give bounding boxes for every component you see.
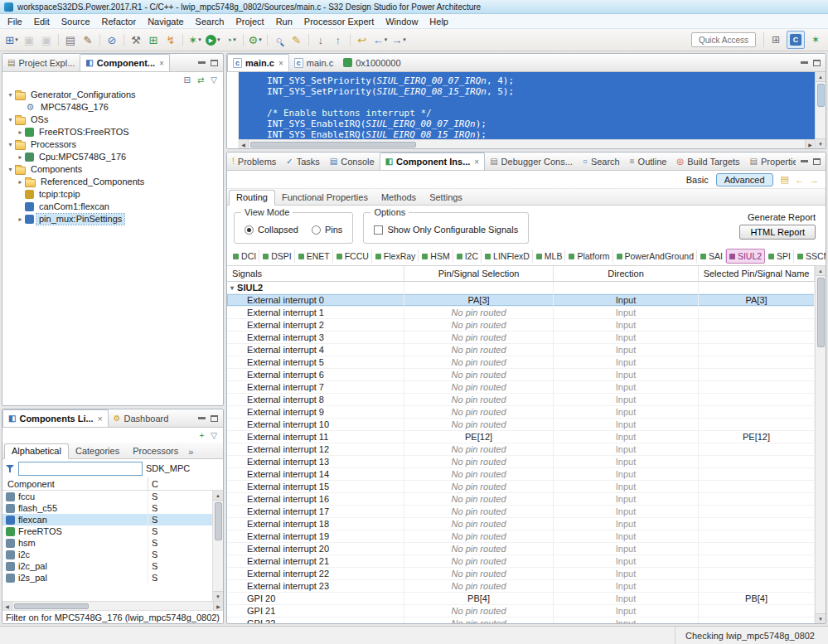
open-perspective-button[interactable]: ⊞ (767, 31, 785, 49)
signal-row-external-interrupt-13[interactable]: External interrupt 13No pin routedInput (227, 456, 815, 468)
signal-row-external-interrupt-17[interactable]: External interrupt 17No pin routedInput (227, 506, 815, 518)
link-with-editor-icon[interactable]: ⇄ (197, 75, 204, 85)
build-all-icon[interactable]: ⚒ (128, 31, 144, 49)
signal-row-external-interrupt-7[interactable]: External interrupt 7No pin routedInput (227, 381, 815, 394)
signal-row-external-interrupt-20[interactable]: External interrupt 20No pin routedInput (227, 543, 815, 555)
peripheral-tab-dci[interactable]: DCI (230, 249, 259, 264)
signal-row-external-interrupt-14[interactable]: External interrupt 14No pin routedInput (227, 468, 815, 481)
radio-icon[interactable] (312, 225, 321, 235)
pin-selection-cell[interactable]: No pin routed (404, 568, 554, 579)
tab-problems[interactable]: !Problems (227, 153, 281, 170)
peripheral-tab-linflexd[interactable]: LINFlexD (482, 249, 533, 264)
inspector-tab-functional-properties[interactable]: Functional Properties (275, 191, 375, 205)
history-forward-icon[interactable]: → (810, 175, 819, 185)
scroll-left-icon[interactable]: ◀ (239, 140, 249, 148)
run-dropdown-icon[interactable]: ▾ (217, 36, 220, 43)
new-wizard-dropdown-icon[interactable]: ▾ (15, 36, 18, 43)
minimize-icon[interactable] (801, 61, 808, 64)
menu-file[interactable]: File (2, 15, 28, 28)
new-wizard-icon[interactable]: ⊞▾ (3, 31, 20, 49)
scalpel-icon[interactable]: ✎ (80, 31, 96, 49)
peripheral-tab-sscm[interactable]: SSCM (794, 249, 826, 264)
new-component-icon[interactable]: + (200, 431, 205, 440)
tree-item-cpu-mpc5748g-176[interactable]: ▸Cpu:MPC5748G_176 (2, 151, 223, 163)
library-item-fccu[interactable]: fccuS (2, 491, 212, 502)
new-c-project-icon[interactable]: ⊞ (145, 31, 162, 49)
menu-navigate[interactable]: Navigate (142, 15, 189, 28)
column-pin-signal-selection[interactable]: Pin/Signal Selection (404, 266, 554, 281)
pin-selection-cell[interactable]: No pin routed (404, 530, 554, 542)
tree-item-freertos-freertos[interactable]: ▸FreeRTOS:FreeRTOS (2, 126, 223, 138)
scroll-thumb[interactable] (817, 84, 825, 107)
signal-row-external-interrupt-10[interactable]: External interrupt 10No pin routedInput (227, 419, 815, 431)
scroll-thumb[interactable] (817, 278, 825, 347)
show-configurable-checkbox[interactable] (374, 225, 383, 235)
peripheral-tab-hsm[interactable]: HSM (419, 249, 453, 264)
run-icon[interactable]: ▶▾ (204, 31, 222, 49)
close-icon[interactable]: × (98, 414, 103, 424)
library-vscrollbar[interactable]: ▲ ▼ (212, 491, 223, 601)
back-dropdown-icon[interactable]: ▾ (385, 36, 388, 43)
expander-icon[interactable]: ▸ (16, 153, 25, 161)
tab-console[interactable]: ▤Console (325, 153, 380, 170)
save-icon[interactable]: ▣ (21, 31, 37, 49)
last-edit-location-icon[interactable]: ↩ (354, 31, 370, 49)
pin-selection-cell[interactable]: No pin routed (404, 456, 554, 467)
peripheral-tab-mlb[interactable]: MLB (533, 249, 566, 264)
tab-component-explorer[interactable]: ◧Component...× (80, 54, 170, 71)
tree-item-components[interactable]: ▾Components (2, 163, 223, 176)
pin-selection-cell[interactable]: No pin routed (404, 518, 554, 530)
tab-tasks[interactable]: ✓Tasks (281, 153, 325, 170)
scroll-down-icon[interactable]: ▼ (816, 138, 826, 148)
signal-row-external-interrupt-5[interactable]: External interrupt 5No pin routedInput (227, 356, 815, 369)
signal-row-external-interrupt-0[interactable]: External interrupt 0PA[3]InputPA[3] (227, 294, 815, 307)
column-category[interactable]: C (148, 479, 223, 489)
subtab-overflow-icon[interactable]: » (185, 445, 196, 458)
pin-selection-cell[interactable]: No pin routed (404, 543, 554, 554)
external-tools-dropdown-icon[interactable]: ▾ (259, 36, 262, 43)
collapse-all-icon[interactable]: ⊟ (184, 75, 191, 85)
editor-tab-main-c[interactable]: cmain.c× (227, 54, 289, 71)
tree-item-tcpip-tcpip[interactable]: tcpip:tcpip (2, 188, 223, 201)
pin-selection-cell[interactable]: PB[4] (404, 593, 554, 604)
peripheral-tab-enet[interactable]: ENET (295, 249, 333, 264)
menu-source[interactable]: Source (56, 15, 96, 28)
view-menu-icon[interactable]: ▽ (211, 75, 217, 85)
menu-edit[interactable]: Edit (28, 15, 56, 28)
html-report-button[interactable]: HTML Report (739, 225, 816, 240)
library-item-i2c-pal[interactable]: i2c_palS (2, 560, 212, 572)
scroll-up-icon[interactable]: ▲ (816, 266, 826, 276)
close-icon[interactable]: × (278, 59, 283, 68)
tree-item-mpc5748g-176[interactable]: ⚙MPC5748G_176 (2, 101, 223, 114)
pin-selection-cell[interactable]: No pin routed (404, 481, 554, 492)
pin-selection-cell[interactable]: No pin routed (404, 394, 554, 405)
library-item-i2c[interactable]: i2cS (2, 549, 212, 560)
back-icon[interactable]: ←▾ (371, 31, 390, 49)
expander-icon[interactable]: ▾ (6, 91, 15, 99)
editor-vscrollbar[interactable]: ▲ ▼ (815, 72, 826, 148)
pin-selection-cell[interactable]: No pin routed (404, 419, 554, 430)
menu-run[interactable]: Run (270, 15, 298, 28)
inspector-tab-methods[interactable]: Methods (375, 191, 423, 205)
pin-selection-cell[interactable]: No pin routed (404, 356, 554, 368)
expander-icon[interactable]: ▾ (6, 116, 15, 123)
pin-selection-cell[interactable]: No pin routed (404, 307, 554, 318)
peripheral-tab-spi[interactable]: SPI (765, 249, 794, 264)
pin-selection-cell[interactable]: No pin routed (404, 332, 554, 343)
inspector-tab-settings[interactable]: Settings (423, 191, 469, 205)
tab-components-library[interactable]: ◧Components Li...× (2, 409, 109, 427)
library-item-flexcan[interactable]: flexcanS (2, 514, 212, 525)
maximize-icon[interactable] (813, 60, 821, 66)
minimize-icon[interactable] (198, 61, 206, 64)
quick-access-box[interactable]: Quick Access (691, 32, 756, 47)
maximize-icon[interactable] (211, 415, 218, 422)
library-tab-alphabetical[interactable]: Alphabetical (4, 443, 69, 459)
menu-refactor[interactable]: Refactor (96, 15, 143, 28)
debug-perspective-button[interactable]: ✶ (806, 31, 825, 49)
column-direction[interactable]: Direction (554, 266, 699, 281)
radio-pins[interactable]: Pins (312, 225, 342, 235)
code-editor[interactable]: INT_SYS_SetPriority(SIUL_EIRQ_00_07_IRQn… (239, 72, 815, 139)
library-hscrollbar[interactable]: ◀ ▶ (2, 601, 223, 610)
basic-mode-button[interactable]: Basic (686, 175, 709, 185)
column-signals[interactable]: Signals (227, 266, 404, 281)
